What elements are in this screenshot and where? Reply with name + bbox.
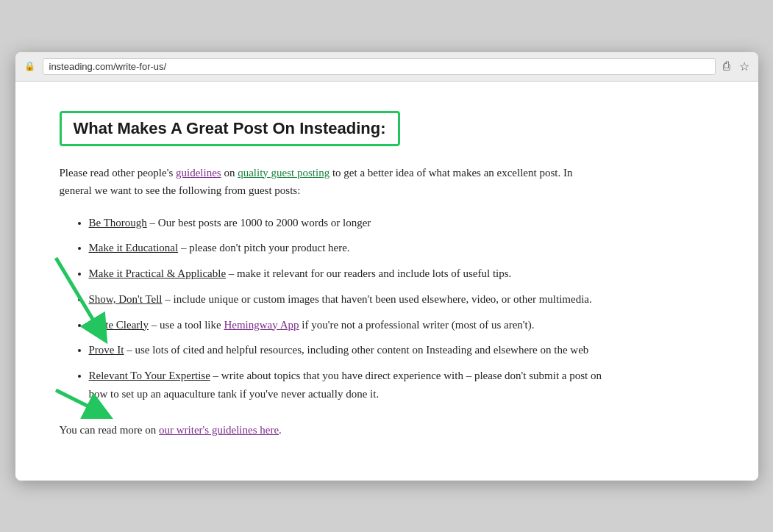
list-item-desc: – please don't pitch your product here. — [178, 242, 349, 254]
hemingway-app-link[interactable]: Hemingway App — [224, 319, 299, 331]
list-item-link: Be Thorough — [89, 217, 147, 229]
browser-window: 🔒 insteading.com/write-for-us/ ⎙ ☆ What … — [15, 52, 758, 481]
browser-chrome: 🔒 insteading.com/write-for-us/ ⎙ ☆ — [15, 52, 758, 82]
intro-paragraph: Please read other people's guidelines on… — [60, 164, 604, 199]
footer-paragraph: You can read more on our writer's guidel… — [60, 424, 714, 436]
list-item-desc: – use lots of cited and helpful resource… — [124, 344, 588, 356]
list-item-desc-after: if you're not a professional writer (mos… — [299, 319, 535, 331]
list-item: Show, Don't Tell – include unique or cus… — [89, 290, 619, 309]
list-item-desc: – make it relevant for our readers and i… — [226, 267, 511, 279]
list-item: Write Clearly – use a tool like Hemingwa… — [89, 316, 619, 334]
criteria-list: Be Thorough – Our best posts are 1000 to… — [82, 214, 714, 403]
list-item-link: Prove It — [89, 344, 124, 356]
browser-actions: ⎙ ☆ — [723, 60, 749, 73]
footer-text-after: . — [279, 424, 282, 436]
list-item-link: Make it Practical & Applicable — [89, 267, 227, 279]
bookmark-icon[interactable]: ☆ — [739, 60, 749, 73]
list-item: Prove It – use lots of cited and helpful… — [89, 341, 619, 359]
list-item-desc: – include unique or custom images that h… — [163, 293, 592, 305]
list-item-link: Write Clearly — [89, 319, 149, 331]
quality-guest-posting-link[interactable]: quality guest posting — [238, 167, 329, 179]
list-item-desc-before: – use a tool like — [149, 319, 224, 331]
list-item: Relevant To Your Expertise – write about… — [89, 367, 619, 403]
url-bar[interactable]: insteading.com/write-for-us/ — [43, 58, 716, 75]
list-with-arrows: Be Thorough – Our best posts are 1000 to… — [60, 214, 714, 403]
list-item-link: Make it Educational — [89, 242, 179, 254]
list-item: Be Thorough – Our best posts are 1000 to… — [89, 214, 619, 232]
criteria-list-section: Be Thorough – Our best posts are 1000 to… — [60, 214, 714, 403]
list-item: Make it Practical & Applicable – make it… — [89, 265, 619, 283]
list-item-desc: – Our best posts are 1000 to 2000 words … — [147, 217, 371, 229]
share-icon[interactable]: ⎙ — [723, 60, 730, 73]
list-item: Make it Educational – please don't pitch… — [89, 239, 619, 257]
list-item-link: Relevant To Your Expertise — [89, 370, 210, 381]
intro-text-before-link1: Please read other people's — [60, 167, 176, 179]
guidelines-link[interactable]: guidelines — [176, 167, 221, 179]
page-heading: What Makes A Great Post On Insteading: — [60, 111, 400, 146]
intro-text-between: on — [221, 167, 238, 179]
page-content: What Makes A Great Post On Insteading: P… — [15, 82, 758, 481]
writers-guidelines-link[interactable]: our writer's guidelines here — [159, 424, 279, 436]
lock-icon: 🔒 — [24, 61, 35, 72]
footer-text-before: You can read more on — [60, 424, 160, 436]
list-item-link: Show, Don't Tell — [89, 293, 163, 305]
